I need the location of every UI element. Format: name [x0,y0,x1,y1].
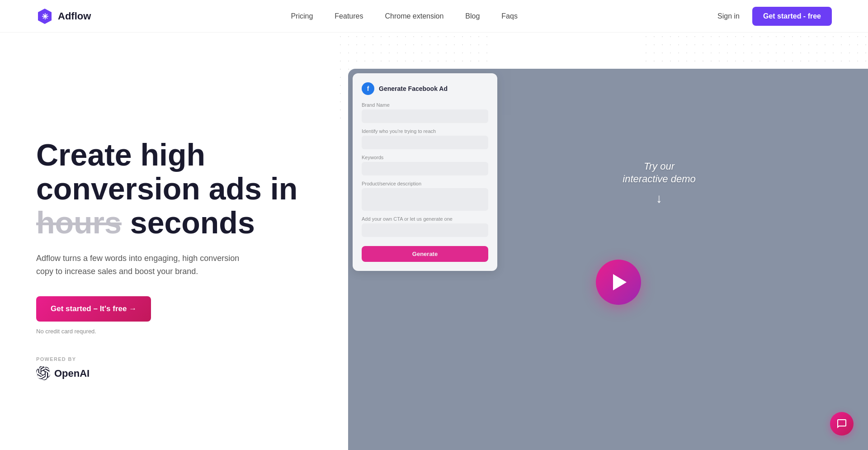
fb-keywords-field: Keywords [362,155,488,175]
fb-brand-label: Brand Name [362,102,488,108]
nav-right: Sign in Get started - free [717,7,832,26]
fb-product-input[interactable] [362,188,488,211]
hero-subtext: Adflow turns a few words into engaging, … [36,252,244,278]
nav-faqs[interactable]: Faqs [501,12,518,20]
openai-icon [36,366,51,381]
fb-ad-form: f Generate Facebook Ad Brand Name Identi… [353,73,497,271]
headline-seconds: seconds [130,205,255,240]
arrow-down-icon: ↓ [623,191,695,206]
no-credit-card-text: No credit card requred. [36,328,339,335]
nav-features[interactable]: Features [335,12,363,20]
fb-brand-field: Brand Name [362,102,488,123]
fb-form-header: f Generate Facebook Ad [362,82,488,95]
fb-form-title: Generate Facebook Ad [379,85,448,92]
fb-target-field: Identify who you're trying to reach [362,128,488,149]
nav-cta-button[interactable]: Get started - free [752,7,832,26]
headline-line1: Create high [36,137,205,172]
hero-left: Create high conversion ads in hours seco… [0,33,339,450]
hero-cta-button[interactable]: Get started – It's free → [36,296,151,322]
fb-target-input[interactable] [362,136,488,149]
facebook-icon: f [362,82,374,95]
powered-by-label: POWERED BY [36,356,339,362]
try-demo-label: Try our interactive demo [623,160,695,186]
navbar: ✳ Adflow Pricing Features Chrome extensi… [0,0,868,33]
fb-brand-input[interactable] [362,109,488,123]
headline-hours: hours [36,205,122,240]
try-demo-text: Try our interactive demo ↓ [623,160,695,206]
nav-chrome-extension[interactable]: Chrome extension [385,12,443,20]
nav-pricing[interactable]: Pricing [291,12,313,20]
headline-line2: conversion ads in [36,171,297,206]
svg-text:✳: ✳ [42,12,48,21]
adflow-logo-icon: ✳ [36,8,53,25]
nav-blog[interactable]: Blog [465,12,480,20]
logo-link[interactable]: ✳ Adflow [36,8,91,25]
sign-in-link[interactable]: Sign in [717,12,740,20]
chat-bubble[interactable] [830,412,854,436]
fb-keywords-label: Keywords [362,155,488,160]
fb-product-field: Product/service description [362,181,488,211]
fb-product-label: Product/service description [362,181,488,186]
openai-logo: OpenAI [36,366,339,381]
logo-text: Adflow [58,10,91,22]
openai-text: OpenAI [54,368,90,379]
fb-target-label: Identify who you're trying to reach [362,128,488,134]
hero-headline: Create high conversion ads in hours seco… [36,138,339,239]
fb-generate-button[interactable]: Generate [362,246,488,262]
play-triangle-icon [613,274,627,290]
fb-keywords-input[interactable] [362,162,488,175]
hero-section: Create high conversion ads in hours seco… [0,33,868,450]
demo-panel: f Generate Facebook Ad Brand Name Identi… [348,69,868,450]
fb-cta-field: Add your own CTA or let us generate one [362,216,488,237]
fb-cta-label: Add your own CTA or let us generate one [362,216,488,222]
chat-icon [836,418,847,429]
hero-right: f Generate Facebook Ad Brand Name Identi… [339,33,868,450]
play-button-wrap [596,260,641,305]
nav-links: Pricing Features Chrome extension Blog F… [291,12,518,20]
play-button[interactable] [596,260,641,305]
fb-cta-input[interactable] [362,223,488,237]
